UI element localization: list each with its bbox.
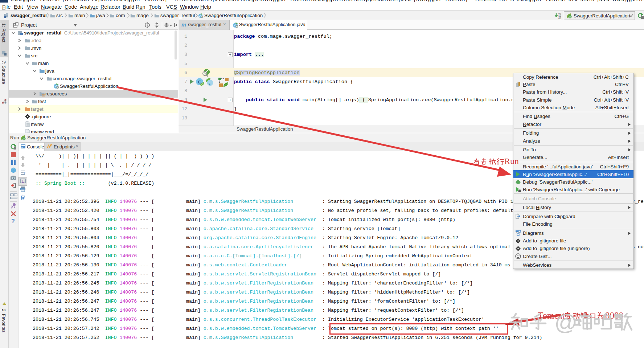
- svg-text:C: C: [198, 79, 201, 85]
- svg-text:01: 01: [558, 17, 561, 20]
- svg-text:c: c: [209, 81, 210, 85]
